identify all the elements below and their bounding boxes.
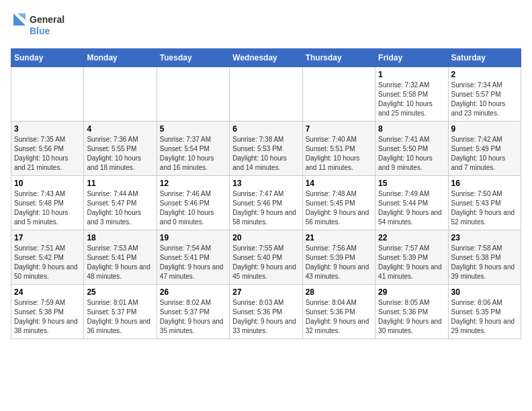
day-number: 14 xyxy=(306,179,372,188)
day-info: Sunrise: 7:49 AM Sunset: 5:44 PM Dayligh… xyxy=(378,189,445,227)
day-info: Sunrise: 7:32 AM Sunset: 5:58 PM Dayligh… xyxy=(378,81,445,118)
calendar-cell: 8Sunrise: 7:41 AM Sunset: 5:50 PM Daylig… xyxy=(375,122,448,176)
day-info: Sunrise: 7:57 AM Sunset: 5:39 PM Dayligh… xyxy=(378,244,445,281)
calendar-cell: 7Sunrise: 7:40 AM Sunset: 5:51 PM Daylig… xyxy=(302,122,375,176)
day-number: 8 xyxy=(378,124,445,134)
day-number: 16 xyxy=(451,179,518,188)
day-info: Sunrise: 7:56 AM Sunset: 5:39 PM Dayligh… xyxy=(306,244,372,281)
day-number: 28 xyxy=(306,287,372,297)
day-number: 18 xyxy=(87,233,153,242)
day-number: 7 xyxy=(306,124,372,134)
day-info: Sunrise: 7:48 AM Sunset: 5:45 PM Dayligh… xyxy=(306,189,372,227)
calendar-week-row: 17Sunrise: 7:51 AM Sunset: 5:42 PM Dayli… xyxy=(11,230,521,285)
calendar-cell xyxy=(157,67,229,122)
calendar-cell: 20Sunrise: 7:55 AM Sunset: 5:40 PM Dayli… xyxy=(230,230,302,285)
day-number: 9 xyxy=(451,124,518,134)
day-info: Sunrise: 7:54 AM Sunset: 5:41 PM Dayligh… xyxy=(160,244,226,281)
day-info: Sunrise: 7:37 AM Sunset: 5:54 PM Dayligh… xyxy=(160,135,226,173)
day-number: 27 xyxy=(232,287,299,297)
day-number: 15 xyxy=(378,179,445,188)
calendar-cell: 15Sunrise: 7:49 AM Sunset: 5:44 PM Dayli… xyxy=(375,176,448,230)
calendar-cell: 1Sunrise: 7:32 AM Sunset: 5:58 PM Daylig… xyxy=(375,67,448,122)
calendar-week-row: 24Sunrise: 7:59 AM Sunset: 5:38 PM Dayli… xyxy=(11,285,521,339)
day-info: Sunrise: 8:03 AM Sunset: 5:36 PM Dayligh… xyxy=(232,298,299,336)
day-number: 12 xyxy=(160,179,226,188)
day-number: 30 xyxy=(451,287,518,297)
day-info: Sunrise: 8:05 AM Sunset: 5:36 PM Dayligh… xyxy=(378,298,445,336)
logo: General Blue xyxy=(11,11,71,40)
calendar-cell: 23Sunrise: 7:58 AM Sunset: 5:38 PM Dayli… xyxy=(448,230,521,285)
page-header: General Blue xyxy=(11,11,521,40)
day-number: 4 xyxy=(87,124,153,134)
day-info: Sunrise: 7:59 AM Sunset: 5:38 PM Dayligh… xyxy=(14,298,81,336)
calendar-week-row: 10Sunrise: 7:43 AM Sunset: 5:48 PM Dayli… xyxy=(11,176,521,230)
day-number: 11 xyxy=(87,179,153,188)
calendar-cell: 27Sunrise: 8:03 AM Sunset: 5:36 PM Dayli… xyxy=(230,285,302,339)
column-header-monday: Monday xyxy=(84,49,157,67)
calendar-cell: 25Sunrise: 8:01 AM Sunset: 5:37 PM Dayli… xyxy=(84,285,157,339)
day-info: Sunrise: 7:38 AM Sunset: 5:53 PM Dayligh… xyxy=(232,135,299,173)
day-info: Sunrise: 7:50 AM Sunset: 5:43 PM Dayligh… xyxy=(451,189,518,227)
day-number: 24 xyxy=(14,287,81,297)
day-number: 20 xyxy=(232,233,299,242)
day-info: Sunrise: 7:55 AM Sunset: 5:40 PM Dayligh… xyxy=(232,244,299,281)
calendar-cell: 2Sunrise: 7:34 AM Sunset: 5:57 PM Daylig… xyxy=(448,67,521,122)
day-info: Sunrise: 7:44 AM Sunset: 5:47 PM Dayligh… xyxy=(87,189,153,227)
calendar-week-row: 3Sunrise: 7:35 AM Sunset: 5:56 PM Daylig… xyxy=(11,122,521,176)
calendar-cell: 3Sunrise: 7:35 AM Sunset: 5:56 PM Daylig… xyxy=(11,122,84,176)
calendar-cell: 14Sunrise: 7:48 AM Sunset: 5:45 PM Dayli… xyxy=(302,176,375,230)
column-header-friday: Friday xyxy=(375,49,448,67)
day-info: Sunrise: 8:06 AM Sunset: 5:35 PM Dayligh… xyxy=(451,298,518,336)
column-header-tuesday: Tuesday xyxy=(157,49,229,67)
day-info: Sunrise: 8:02 AM Sunset: 5:37 PM Dayligh… xyxy=(160,298,226,336)
day-number: 1 xyxy=(378,70,445,79)
day-number: 2 xyxy=(451,70,518,79)
calendar-cell: 10Sunrise: 7:43 AM Sunset: 5:48 PM Dayli… xyxy=(11,176,84,230)
calendar-cell: 17Sunrise: 7:51 AM Sunset: 5:42 PM Dayli… xyxy=(11,230,84,285)
day-info: Sunrise: 7:35 AM Sunset: 5:56 PM Dayligh… xyxy=(14,135,81,173)
calendar-header-row: SundayMondayTuesdayWednesdayThursdayFrid… xyxy=(11,49,521,67)
calendar-cell: 30Sunrise: 8:06 AM Sunset: 5:35 PM Dayli… xyxy=(448,285,521,339)
svg-text:General: General xyxy=(30,14,64,25)
day-info: Sunrise: 7:53 AM Sunset: 5:41 PM Dayligh… xyxy=(87,244,153,281)
day-info: Sunrise: 7:51 AM Sunset: 5:42 PM Dayligh… xyxy=(14,244,81,281)
column-header-saturday: Saturday xyxy=(448,49,521,67)
svg-text:Blue: Blue xyxy=(30,26,50,36)
calendar-table: SundayMondayTuesdayWednesdayThursdayFrid… xyxy=(11,48,521,339)
column-header-thursday: Thursday xyxy=(302,49,375,67)
day-number: 5 xyxy=(160,124,226,134)
day-info: Sunrise: 7:46 AM Sunset: 5:46 PM Dayligh… xyxy=(160,189,226,227)
day-info: Sunrise: 7:43 AM Sunset: 5:48 PM Dayligh… xyxy=(14,189,81,227)
calendar-cell xyxy=(11,67,84,122)
day-number: 6 xyxy=(232,124,299,134)
calendar-cell xyxy=(230,67,302,122)
column-header-sunday: Sunday xyxy=(11,49,84,67)
calendar-cell: 19Sunrise: 7:54 AM Sunset: 5:41 PM Dayli… xyxy=(157,230,229,285)
day-info: Sunrise: 7:41 AM Sunset: 5:50 PM Dayligh… xyxy=(378,135,445,173)
calendar-cell: 18Sunrise: 7:53 AM Sunset: 5:41 PM Dayli… xyxy=(84,230,157,285)
calendar-cell: 5Sunrise: 7:37 AM Sunset: 5:54 PM Daylig… xyxy=(157,122,229,176)
calendar-cell: 26Sunrise: 8:02 AM Sunset: 5:37 PM Dayli… xyxy=(157,285,229,339)
day-number: 21 xyxy=(306,233,372,242)
day-number: 23 xyxy=(451,233,518,242)
day-number: 17 xyxy=(14,233,81,242)
day-info: Sunrise: 8:01 AM Sunset: 5:37 PM Dayligh… xyxy=(87,298,153,336)
day-info: Sunrise: 7:42 AM Sunset: 5:49 PM Dayligh… xyxy=(451,135,518,173)
day-number: 10 xyxy=(14,179,81,188)
calendar-cell xyxy=(302,67,375,122)
day-number: 19 xyxy=(160,233,226,242)
calendar-cell: 12Sunrise: 7:46 AM Sunset: 5:46 PM Dayli… xyxy=(157,176,229,230)
day-number: 29 xyxy=(378,287,445,297)
calendar-cell xyxy=(84,67,157,122)
calendar-cell: 29Sunrise: 8:05 AM Sunset: 5:36 PM Dayli… xyxy=(375,285,448,339)
day-number: 13 xyxy=(232,179,299,188)
day-info: Sunrise: 7:34 AM Sunset: 5:57 PM Dayligh… xyxy=(451,81,518,118)
day-number: 26 xyxy=(160,287,226,297)
calendar-cell: 11Sunrise: 7:44 AM Sunset: 5:47 PM Dayli… xyxy=(84,176,157,230)
calendar-week-row: 1Sunrise: 7:32 AM Sunset: 5:58 PM Daylig… xyxy=(11,67,521,122)
day-number: 25 xyxy=(87,287,153,297)
logo-svg: General Blue xyxy=(11,11,71,40)
day-info: Sunrise: 7:40 AM Sunset: 5:51 PM Dayligh… xyxy=(306,135,372,173)
day-number: 3 xyxy=(14,124,81,134)
calendar-cell: 28Sunrise: 8:04 AM Sunset: 5:36 PM Dayli… xyxy=(302,285,375,339)
